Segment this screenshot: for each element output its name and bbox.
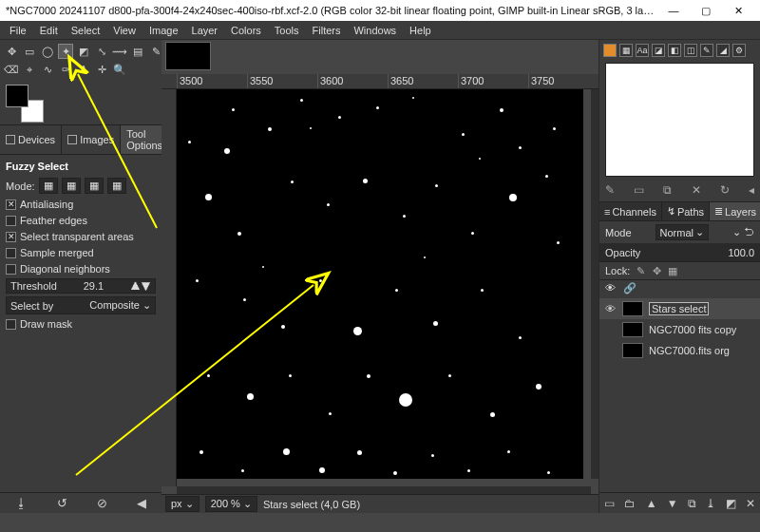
restore-preset-icon[interactable]: ↺: [57, 496, 67, 510]
layer-group-icon[interactable]: 🗀: [624, 497, 636, 510]
warp-tool-icon[interactable]: ⟿: [112, 44, 127, 59]
brushes-icon[interactable]: [603, 44, 617, 57]
maximize-button[interactable]: ▢: [690, 0, 722, 21]
eraser-tool-icon[interactable]: ⌫: [4, 62, 19, 77]
rect-select-tool-icon[interactable]: ▭: [22, 44, 37, 59]
fg-color-swatch[interactable]: [6, 85, 28, 107]
layer-name[interactable]: NGC7000.fits org: [649, 345, 730, 356]
tab-images[interactable]: Images: [62, 125, 121, 154]
color-picker-tool-icon[interactable]: ✛: [94, 62, 109, 77]
select-by-dropdown[interactable]: Select by Composite ⌄: [6, 296, 156, 314]
tab-paths[interactable]: ↯ Paths: [662, 202, 710, 220]
nav-thumbnail[interactable]: [165, 42, 211, 70]
refresh-icon[interactable]: ↻: [720, 183, 730, 197]
tab-layers[interactable]: ≣ Layers: [710, 202, 760, 220]
menu-select[interactable]: Select: [66, 23, 106, 38]
mode-add-icon[interactable]: ▦: [62, 178, 81, 194]
tab-devices[interactable]: Devices: [0, 125, 62, 154]
zoom-tool-icon[interactable]: 🔍: [112, 62, 127, 77]
layer-mode-dropdown[interactable]: Normal ⌄: [656, 224, 709, 240]
tab-channels[interactable]: ≡ Channels: [599, 202, 662, 220]
patterns-icon[interactable]: ▦: [619, 44, 633, 57]
lock-pixels-icon[interactable]: ✎: [635, 265, 646, 276]
menu-layer[interactable]: Layer: [186, 23, 224, 38]
feather-checkbox[interactable]: [6, 216, 16, 226]
text-tool-icon[interactable]: A: [76, 62, 91, 77]
move-tool-icon[interactable]: ✥: [4, 44, 19, 59]
antialias-checkbox[interactable]: [6, 200, 16, 210]
new-icon[interactable]: ▭: [634, 183, 644, 197]
duplicate-icon[interactable]: ⧉: [663, 183, 672, 197]
mode-replace-icon[interactable]: ▦: [39, 178, 58, 194]
lower-layer-icon[interactable]: ▼: [667, 497, 678, 510]
smudge-tool-icon[interactable]: ∿: [40, 62, 55, 77]
mode-intersect-icon[interactable]: ▦: [107, 178, 126, 194]
layer-mode-switch-icon[interactable]: ⌄ ⮌: [732, 226, 754, 238]
menu-view[interactable]: View: [107, 23, 142, 38]
scrollbar-vertical[interactable]: [591, 89, 598, 479]
tool-preset-icon[interactable]: ⚙: [732, 44, 746, 57]
fonts-icon[interactable]: Aa: [636, 44, 649, 57]
layer-opacity-slider[interactable]: Opacity 100.0: [599, 244, 760, 262]
delete-preset-icon[interactable]: ⊘: [97, 496, 107, 510]
sample-merged-checkbox[interactable]: [6, 248, 16, 258]
lock-position-icon[interactable]: ✥: [651, 265, 662, 276]
mode-subtract-icon[interactable]: ▦: [85, 178, 104, 194]
bucket-fill-tool-icon[interactable]: ▤: [130, 44, 145, 59]
new-layer-icon[interactable]: ▭: [604, 497, 615, 510]
history-icon[interactable]: ◪: [652, 44, 665, 57]
dynamics-icon[interactable]: ◢: [716, 44, 730, 57]
palette-icon[interactable]: ◫: [684, 44, 697, 57]
ruler-vertical[interactable]: [162, 89, 177, 486]
menu-help[interactable]: Help: [404, 23, 437, 38]
menu-image[interactable]: Image: [143, 23, 184, 38]
menu-file[interactable]: File: [4, 23, 32, 38]
merge-down-icon[interactable]: ⤓: [706, 497, 715, 510]
delete-icon[interactable]: ✕: [692, 183, 701, 197]
fuzzy-select-tool-icon[interactable]: ✦: [58, 44, 73, 59]
threshold-stepper-icon[interactable]: ⯅⯆: [130, 280, 151, 292]
menu-tools[interactable]: Tools: [269, 23, 305, 38]
layer-name[interactable]: NGC7000 fits copy: [649, 324, 736, 335]
raise-layer-icon[interactable]: ▲: [646, 497, 657, 510]
layer-row[interactable]: NGC7000.fits org: [599, 340, 760, 361]
free-select-tool-icon[interactable]: ◯: [40, 44, 55, 59]
canvas[interactable]: [177, 89, 583, 479]
save-preset-icon[interactable]: ⭳: [15, 496, 28, 510]
threshold-slider[interactable]: Threshold 29.1 ⯅⯆: [6, 278, 156, 294]
layer-name[interactable]: Stars select: [649, 302, 709, 315]
select-transparent-checkbox[interactable]: [6, 232, 16, 242]
layer-row[interactable]: 👁 Stars select: [599, 298, 760, 319]
lock-alpha-icon[interactable]: ▦: [667, 265, 678, 276]
crop-tool-icon[interactable]: ◩: [76, 44, 91, 59]
navigation-preview[interactable]: [605, 63, 754, 177]
path-tool-icon[interactable]: ✑: [58, 62, 73, 77]
delete-layer-icon[interactable]: ✕: [746, 497, 755, 510]
layer-thumbnail[interactable]: [622, 343, 643, 358]
scrollbar-horizontal[interactable]: [177, 486, 591, 494]
ruler-horizontal[interactable]: 3500 3550 3600 3650 3700 3750: [162, 74, 598, 89]
layer-thumbnail[interactable]: [622, 322, 643, 337]
fg-bg-color-swatch[interactable]: [6, 85, 44, 123]
diagonal-neighbors-checkbox[interactable]: [6, 264, 16, 275]
layer-visibility-icon[interactable]: 👁: [605, 303, 617, 314]
brush-editor-icon[interactable]: ✎: [700, 44, 713, 57]
menu-filters[interactable]: Filters: [307, 23, 347, 38]
mask-icon[interactable]: ◩: [726, 497, 736, 510]
menu-icon[interactable]: ◂: [749, 183, 754, 197]
menu-colors[interactable]: Colors: [225, 23, 267, 38]
menu-windows[interactable]: Windows: [348, 23, 402, 38]
layer-row[interactable]: NGC7000 fits copy: [599, 319, 760, 340]
clone-tool-icon[interactable]: ⌖: [22, 62, 37, 77]
menu-edit[interactable]: Edit: [34, 23, 64, 38]
gradient-icon[interactable]: ◧: [668, 44, 681, 57]
transform-tool-icon[interactable]: ⤡: [94, 44, 109, 59]
reset-preset-icon[interactable]: ◀: [137, 496, 146, 510]
layer-thumbnail[interactable]: [622, 301, 643, 316]
close-button[interactable]: ✕: [722, 0, 754, 21]
zoom-dropdown[interactable]: 200 % ⌄: [205, 496, 257, 512]
minimize-button[interactable]: —: [657, 0, 690, 21]
draw-mask-checkbox[interactable]: [6, 319, 16, 330]
edit-icon[interactable]: ✎: [605, 183, 615, 197]
duplicate-layer-icon[interactable]: ⧉: [688, 497, 696, 510]
